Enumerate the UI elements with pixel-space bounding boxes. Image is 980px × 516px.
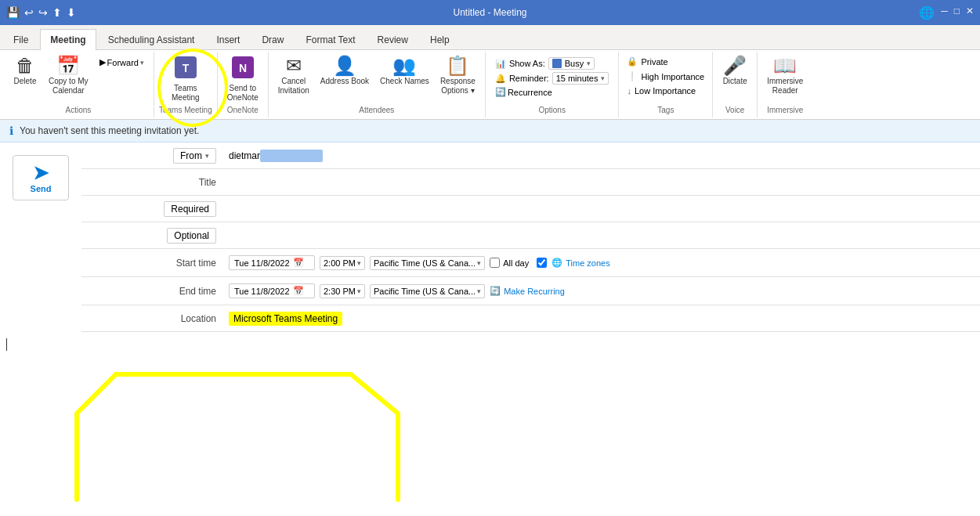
all-day-checkbox[interactable] — [490, 258, 500, 268]
immersive-group-label: Immersive — [762, 106, 808, 114]
busy-color-indicator — [552, 59, 562, 68]
start-time-select[interactable]: 2:00 PM ▾ — [320, 256, 365, 270]
required-button[interactable]: Required — [164, 201, 216, 217]
copy-calendar-label: Copy to MyCalendar — [49, 77, 89, 96]
immersive-content: 📖 ImmersiveReader — [762, 55, 808, 104]
private-label: Private — [641, 57, 667, 67]
form-and-content: ➤ Send From ▾ dietmar — [0, 143, 980, 332]
tab-scheduling-assistant[interactable]: Scheduling Assistant — [98, 29, 205, 50]
window-controls[interactable]: 🌐 ─ □ ✕ — [919, 5, 974, 20]
reminder-row: 🔔 Reminder: 15 minutes ▾ — [492, 71, 613, 85]
tab-file[interactable]: File — [3, 29, 38, 50]
optional-input[interactable] — [229, 230, 974, 241]
globe-icon[interactable]: 🌐 — [919, 5, 935, 20]
low-importance-icon: ↓ — [627, 86, 631, 96]
location-label: Location — [181, 313, 216, 324]
recurrence-label: Recurrence — [508, 88, 552, 97]
busy-dropdown[interactable]: Busy ▾ — [548, 57, 595, 70]
low-importance-button[interactable]: ↓ Low Importance — [624, 85, 707, 97]
private-button[interactable]: 🔒 Private — [624, 55, 707, 68]
end-date-input[interactable]: Tue 11/8/2022 📅 — [229, 283, 315, 298]
check-names-button[interactable]: 👥 Check Names — [375, 55, 434, 88]
response-icon: 📋 — [446, 56, 469, 75]
tz-checked — [537, 258, 547, 268]
send-to-onenote-button[interactable]: N Send toOneNote — [222, 55, 263, 104]
end-tz-chevron: ▾ — [477, 287, 481, 295]
forward-chevron: ▾ — [140, 59, 144, 67]
close-icon[interactable]: ✕ — [966, 5, 974, 20]
all-day-label: All day — [503, 258, 529, 268]
maximize-icon[interactable]: □ — [954, 5, 960, 20]
info-icon: ℹ — [9, 124, 13, 137]
start-time-input-cell: Tue 11/8/2022 📅 2:00 PM ▾ Pacific Time (… — [222, 249, 980, 276]
cancel-invitation-button[interactable]: ✉ CancelInvitation — [273, 55, 314, 97]
address-book-button[interactable]: 👤 Address Book — [316, 55, 374, 88]
dictate-button[interactable]: 🎤 Dictate — [718, 55, 752, 88]
tab-format-text[interactable]: Format Text — [295, 29, 365, 50]
reminder-dropdown[interactable]: 15 minutes ▾ — [552, 72, 609, 85]
options-col: 📊 Show As: Busy ▾ 🔔 Reminder: 15 minutes — [490, 55, 614, 99]
from-row: From ▾ dietmar — [81, 143, 980, 169]
send-button[interactable]: ➤ Send — [13, 155, 69, 200]
title-input[interactable] — [229, 177, 974, 188]
end-tz-select[interactable]: Pacific Time (US & Cana... ▾ — [370, 284, 485, 298]
actions-group-label: Actions — [8, 106, 149, 114]
optional-button[interactable]: Optional — [167, 228, 216, 244]
attendees-group-label: Attendees — [273, 106, 480, 114]
end-time-label: End time — [179, 286, 216, 297]
title-input-cell[interactable] — [222, 174, 980, 191]
low-importance-label: Low Importance — [635, 86, 696, 96]
info-message: You haven't sent this meeting invitation… — [20, 125, 199, 136]
optional-row: Optional — [81, 222, 980, 249]
teams-meeting-button[interactable]: T TeamsMeeting — [167, 55, 204, 104]
from-label-cell: From ▾ — [81, 148, 222, 164]
up-icon[interactable]: ⬆ — [52, 6, 62, 19]
busy-value: Busy — [565, 59, 584, 68]
title-bar-controls[interactable]: 💾 ↩ ↪ ⬆ ⬇ — [6, 6, 76, 19]
undo-icon[interactable]: ↩ — [24, 6, 34, 19]
down-icon[interactable]: ⬇ — [67, 6, 76, 19]
end-time-select[interactable]: 2:30 PM ▾ — [320, 284, 365, 298]
redo-icon[interactable]: ↪ — [38, 6, 48, 19]
recurrence-icon: 🔄 — [495, 87, 506, 97]
response-options-button[interactable]: 📋 ResponseOptions ▾ — [436, 55, 480, 97]
tab-review[interactable]: Review — [367, 29, 418, 50]
tab-insert[interactable]: Insert — [206, 29, 250, 50]
from-button[interactable]: From ▾ — [173, 148, 216, 164]
onenote-group: N Send toOneNote OneNote — [218, 52, 269, 117]
time-zones-button[interactable]: 🌐 Time zones — [551, 258, 609, 268]
end-time-label-cell: End time — [81, 286, 222, 297]
annotation-container — [69, 366, 974, 510]
from-label: From — [180, 150, 202, 161]
reminder-icon: 🔔 — [495, 74, 506, 84]
make-recurring-button[interactable]: 🔄 Make Recurring — [490, 286, 565, 296]
save-icon[interactable]: 💾 — [6, 6, 20, 19]
forward-button[interactable]: ▶ Forward ▾ — [96, 56, 147, 68]
content-area[interactable] — [0, 332, 980, 516]
delete-button[interactable]: 🗑 Delete — [8, 55, 42, 88]
all-day-check[interactable]: All day — [490, 258, 529, 268]
show-as-row: 📊 Show As: Busy ▾ — [492, 56, 613, 70]
minimize-icon[interactable]: ─ — [941, 5, 948, 20]
recurrence-row[interactable]: 🔄 Recurrence — [492, 86, 613, 98]
tab-meeting[interactable]: Meeting — [40, 29, 96, 50]
teams-group-label: Teams Meeting — [159, 106, 212, 114]
tab-draw[interactable]: Draw — [251, 29, 294, 50]
forward-label: Forward — [107, 58, 139, 67]
options-group-label: Options — [490, 106, 614, 114]
address-book-label: Address Book — [320, 77, 369, 86]
optional-input-cell[interactable] — [222, 227, 980, 244]
high-importance-button[interactable]: ❕ High Importance — [624, 70, 707, 83]
tz-checkbox[interactable] — [537, 258, 547, 268]
required-input[interactable] — [229, 204, 974, 215]
required-input-cell[interactable] — [222, 200, 980, 218]
copy-to-calendar-button[interactable]: 📅 Copy to MyCalendar — [44, 55, 93, 97]
start-datetime-row: Tue 11/8/2022 📅 2:00 PM ▾ Pacific Time (… — [229, 252, 610, 273]
cancel-label: CancelInvitation — [278, 77, 309, 96]
immersive-reader-button[interactable]: 📖 ImmersiveReader — [762, 55, 808, 97]
start-tz-chevron: ▾ — [477, 259, 481, 267]
tab-help[interactable]: Help — [420, 29, 460, 50]
start-tz-select[interactable]: Pacific Time (US & Cana... ▾ — [370, 256, 485, 270]
start-date-input[interactable]: Tue 11/8/2022 📅 — [229, 255, 315, 270]
forward-icon: ▶ — [99, 57, 106, 67]
